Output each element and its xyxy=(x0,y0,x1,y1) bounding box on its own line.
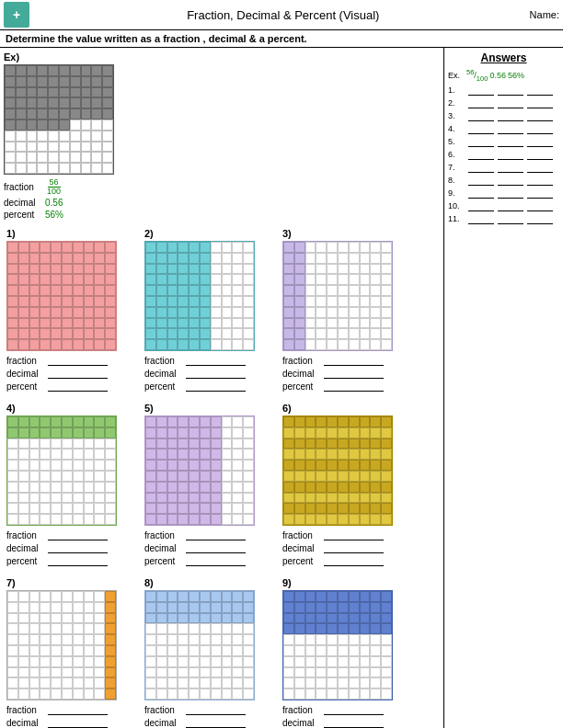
answer-ex-row: Ex. 56/100 0.56 56% xyxy=(448,68,559,83)
fraction-row-5: fraction xyxy=(282,529,415,540)
fraction-line-1 xyxy=(186,355,246,366)
answer-line-4-0 xyxy=(468,137,494,147)
problem-2: 3)fractiondecimalpercent xyxy=(280,225,418,396)
percent-label-1: percent xyxy=(144,381,186,392)
fraction-label-5: fraction xyxy=(282,530,324,540)
answer-line-3-2 xyxy=(527,124,553,134)
answer-line-9-0 xyxy=(468,201,494,211)
fraction-line-2 xyxy=(324,355,384,366)
percent-line-4 xyxy=(186,555,246,566)
percent-label-5: percent xyxy=(282,556,324,566)
decimal-line-4 xyxy=(186,542,246,553)
answer-row-4: 5. xyxy=(448,137,559,147)
answer-line-6-1 xyxy=(498,163,523,173)
percent-row-ex: percent 56% xyxy=(4,210,142,220)
problem-1: 2)fractiondecimalpercent xyxy=(142,225,280,396)
answer-line-3-1 xyxy=(498,124,523,134)
problem-number-2: 3) xyxy=(282,228,415,239)
fraction-line-8 xyxy=(324,704,384,715)
answer-line-2-0 xyxy=(468,111,494,121)
main-content: Ex) fraction 56 100 decimal xyxy=(0,48,563,728)
problem-number-1: 2) xyxy=(144,228,277,239)
answer-line-9-1 xyxy=(498,201,523,211)
percent-line-3 xyxy=(48,555,108,566)
answer-ex-label: Ex. xyxy=(448,71,466,80)
decimal-label-2: decimal xyxy=(282,369,324,379)
decimal-label-1: decimal xyxy=(144,369,186,379)
answer-num-4: 5. xyxy=(448,137,466,146)
answer-line-1-2 xyxy=(527,98,553,108)
answer-line-8-1 xyxy=(498,188,523,199)
percent-row-3: percent xyxy=(6,555,139,566)
answer-line-2-2 xyxy=(527,111,553,121)
answer-line-0-1 xyxy=(498,85,523,96)
problem-fields-8: fractiondecimalpercent xyxy=(282,704,415,728)
answer-line-5-1 xyxy=(498,150,523,160)
fraction-label-2: fraction xyxy=(282,356,324,366)
logo: + xyxy=(4,2,29,28)
answer-row-0: 1. xyxy=(448,85,559,96)
answer-line-6-2 xyxy=(527,163,553,173)
answer-num-2: 3. xyxy=(448,111,466,120)
percent-label-4: percent xyxy=(144,556,186,566)
fraction-line-4 xyxy=(186,529,246,540)
answer-ex-fraction: 56/100 xyxy=(466,68,488,83)
example-row: Ex) fraction 56 100 decimal xyxy=(4,51,440,222)
fraction-line-5 xyxy=(324,529,384,540)
problem-7: 8)fractiondecimalpercent xyxy=(142,574,280,728)
problem-number-7: 8) xyxy=(144,577,277,588)
header-name: Name: xyxy=(530,9,559,20)
answer-line-10-1 xyxy=(498,214,523,224)
answer-line-7-2 xyxy=(527,176,553,186)
fraction-row-1: fraction xyxy=(144,355,277,366)
problem-fields-7: fractiondecimalpercent xyxy=(144,704,277,728)
problem-fields-0: fractiondecimalpercent xyxy=(6,355,139,392)
percent-line-5 xyxy=(324,555,384,566)
answer-row-10: 11. xyxy=(448,214,559,224)
fraction-label-6: fraction xyxy=(6,705,48,715)
answer-num-0: 1. xyxy=(448,85,466,95)
decimal-row-6: decimal xyxy=(6,717,139,728)
percent-row-1: percent xyxy=(144,381,277,392)
page: + Fraction, Decimal & Percent (Visual) N… xyxy=(0,0,563,728)
decimal-row-1: decimal xyxy=(144,368,277,379)
decimal-row-7: decimal xyxy=(144,717,277,728)
answer-num-3: 4. xyxy=(448,124,466,133)
example-fields: fraction 56 100 decimal 0.56 percent xyxy=(4,178,142,220)
fraction-row-ex: fraction 56 100 xyxy=(4,178,142,196)
answer-row-5: 6. xyxy=(448,150,559,160)
decimal-value-ex: 0.56 xyxy=(45,198,63,208)
percent-label-3: percent xyxy=(6,556,48,566)
answer-row-8: 9. xyxy=(448,188,559,199)
answer-line-2-1 xyxy=(498,111,523,121)
decimal-row-2: decimal xyxy=(282,368,415,379)
answer-row-1: 2. xyxy=(448,98,559,108)
percent-line-2 xyxy=(324,381,384,392)
fraction-row-8: fraction xyxy=(282,704,415,715)
problem-fields-6: fractiondecimalpercent xyxy=(6,704,139,728)
decimal-line-2 xyxy=(324,368,384,379)
problem-fields-2: fractiondecimalpercent xyxy=(282,355,415,392)
decimal-label-ex: decimal xyxy=(4,198,45,208)
problem-fields-5: fractiondecimalpercent xyxy=(282,529,415,566)
answer-line-4-2 xyxy=(527,137,553,147)
decimal-row-8: decimal xyxy=(282,717,415,728)
problem-number-5: 6) xyxy=(282,403,415,414)
percent-line-1 xyxy=(186,381,246,392)
answer-line-5-2 xyxy=(527,150,553,160)
decimal-line-7 xyxy=(186,717,246,728)
answer-line-5-0 xyxy=(468,150,494,160)
fraction-label-4: fraction xyxy=(144,530,186,540)
decimal-label-4: decimal xyxy=(144,543,186,553)
example-problem: Ex) fraction 56 100 decimal xyxy=(4,51,142,222)
answer-row-9: 10. xyxy=(448,201,559,211)
answer-line-9-2 xyxy=(527,201,553,211)
example-label: Ex) xyxy=(4,51,142,63)
answer-line-8-2 xyxy=(527,188,553,199)
decimal-line-8 xyxy=(324,717,384,728)
decimal-line-1 xyxy=(186,368,246,379)
decimal-label-3: decimal xyxy=(6,543,48,553)
answer-line-10-0 xyxy=(468,214,494,224)
fraction-label-1: fraction xyxy=(144,356,186,366)
answers-area: Answers Ex. 56/100 0.56 56% 1.2.3.4.5.6.… xyxy=(443,48,563,728)
